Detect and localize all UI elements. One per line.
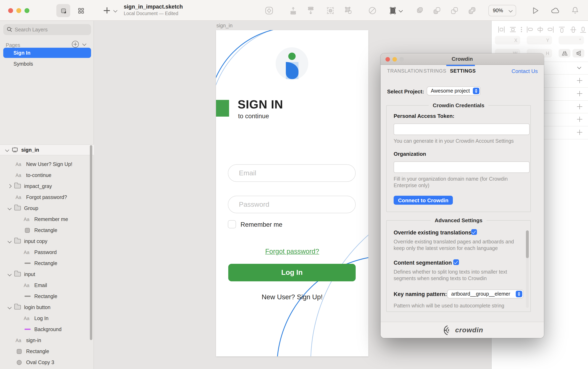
layer-row[interactable]: Rectangle [0,346,94,357]
add-blur-button[interactable] [577,130,582,135]
section-collapse-chevron-icon[interactable] [577,65,581,69]
email-field[interactable]: Email [228,164,356,182]
canvas-view-toggle[interactable] [56,4,70,17]
layer-row[interactable]: impact_gray [0,181,94,192]
scale-menu-chevron-icon[interactable] [399,8,403,12]
add-fill-button[interactable] [577,91,582,96]
search-layers-field[interactable] [3,24,91,35]
cloud-sync-button[interactable] [551,7,560,16]
app-logo[interactable] [276,47,308,80]
layer-row[interactable]: Rectangle [0,225,94,236]
override-translations-checkbox[interactable] [471,229,477,235]
ungroup-button[interactable] [344,6,353,17]
subtract-icon [432,6,441,15]
tidy-button[interactable] [306,6,315,17]
search-input[interactable] [15,27,76,32]
flip-horizontal-button[interactable] [559,49,570,58]
tab-strings[interactable]: STRINGS [423,68,446,74]
pages-collapse-chevron-icon[interactable] [82,42,86,46]
zoom-window-button[interactable] [399,57,404,61]
group-button[interactable] [326,6,335,17]
tab-translation[interactable]: TRANSLATION [387,68,423,74]
minimize-window-button[interactable] [392,57,397,61]
organization-input[interactable] [394,161,530,173]
layer-row[interactable]: Aasign-in [0,335,94,346]
add-border-button[interactable] [577,104,582,109]
layer-row[interactable]: AaRemember me [0,214,94,225]
tab-settings[interactable]: SETTINGS [450,68,476,74]
zoom-window-button[interactable] [24,8,29,13]
to-continue-text[interactable]: to continue [238,112,269,120]
layer-row[interactable]: Rectangle [0,291,94,302]
close-window-button[interactable] [386,57,390,61]
layer-row[interactable]: input copy [0,236,94,247]
notifications-button[interactable] [571,6,579,16]
alignment-toolbar[interactable] [495,26,586,33]
content-segmentation-checkbox[interactable] [453,259,459,265]
chevron-down-icon[interactable] [8,272,12,276]
y-position-field[interactable]: Y [527,36,552,44]
layer-row[interactable]: Rectangle [0,258,94,269]
log-in-button[interactable]: Log In [228,264,356,281]
chevron-down-icon[interactable] [8,239,12,243]
insert-menu-chevron-icon[interactable] [113,8,117,12]
crowdin-window-titlebar[interactable]: Crowdin [381,53,544,65]
project-select[interactable]: Awesome project [427,87,480,95]
crowdin-plugin-window: Crowdin TRANSLATION STRINGS SETTINGS Con… [381,53,544,338]
chevron-down-icon[interactable] [8,305,12,309]
artboard-title[interactable]: sign_in [216,23,232,29]
add-page-button[interactable] [72,41,79,48]
layer-row[interactable]: login button [0,302,94,313]
artboard[interactable]: SIGN IN to continue Email Password Remem… [216,30,368,356]
scale-button[interactable] [388,6,397,17]
grid-view-toggle[interactable] [74,4,88,17]
layer-row[interactable]: Oval Copy 3 [0,357,94,368]
layer-row[interactable]: AaPassword [0,247,94,258]
remember-me-label[interactable]: Remember me [241,221,282,228]
x-position-field[interactable]: X [495,36,520,44]
boolean-intersect-button[interactable] [450,6,459,17]
boolean-subtract-button[interactable] [432,6,441,17]
zoom-level-dropdown[interactable]: 90% [488,5,516,16]
connect-to-crowdin-button[interactable]: Connect to Crowdin [394,196,453,205]
create-symbol-button[interactable] [265,6,273,17]
text-layer-icon: Aa [16,173,23,178]
remember-me-checkbox[interactable] [228,220,236,228]
layer-row[interactable]: AaLog In [0,313,94,324]
add-shadow-button[interactable] [577,117,582,122]
boolean-difference-button[interactable] [468,6,476,17]
layer-row[interactable]: input [0,269,94,280]
layer-row[interactable]: AaForgot password? [0,192,94,203]
artboard-layer-header[interactable]: sign_in [0,144,94,155]
mask-button[interactable] [368,6,377,17]
boolean-union-button[interactable] [415,6,424,17]
password-field[interactable]: Password [228,196,356,213]
add-style-button[interactable] [577,78,582,83]
green-accent-rectangle[interactable] [216,100,229,117]
flip-vertical-button[interactable] [572,49,584,58]
sidebar-scrollbar[interactable] [90,145,92,340]
layer-row[interactable]: Aato-continue [0,170,94,181]
sign-up-text[interactable]: New User? Sign Up! [216,293,368,301]
chevron-right-icon[interactable] [8,184,12,188]
line-layer-icon [24,329,31,330]
personal-access-token-input[interactable] [394,124,530,135]
sign-in-heading[interactable]: SIGN IN [238,98,283,111]
key-naming-pattern-select[interactable]: artboard__group__elemer [448,290,523,298]
layer-row[interactable]: AaEmail [0,280,94,291]
sidebar-page-sign-in[interactable]: Sign In [3,48,91,58]
layer-row[interactable]: Background [0,324,94,335]
forgot-password-link[interactable]: Forgot password? [216,248,368,255]
close-window-button[interactable] [8,8,13,13]
union-icon [415,6,424,15]
chevron-down-icon[interactable] [8,206,12,210]
preview-button[interactable] [531,7,539,16]
rotation-field[interactable]: ° [559,36,584,44]
contact-us-link[interactable]: Contact Us [511,68,538,74]
sidebar-page-symbols[interactable]: Symbols [3,60,91,69]
advanced-scrollbar-thumb[interactable] [526,230,529,258]
layer-row[interactable]: Group [0,203,94,214]
distribute-vertically-button[interactable] [289,6,298,17]
layer-row[interactable]: AaNew User? Sign Up! [0,159,94,170]
minimize-window-button[interactable] [16,8,21,13]
